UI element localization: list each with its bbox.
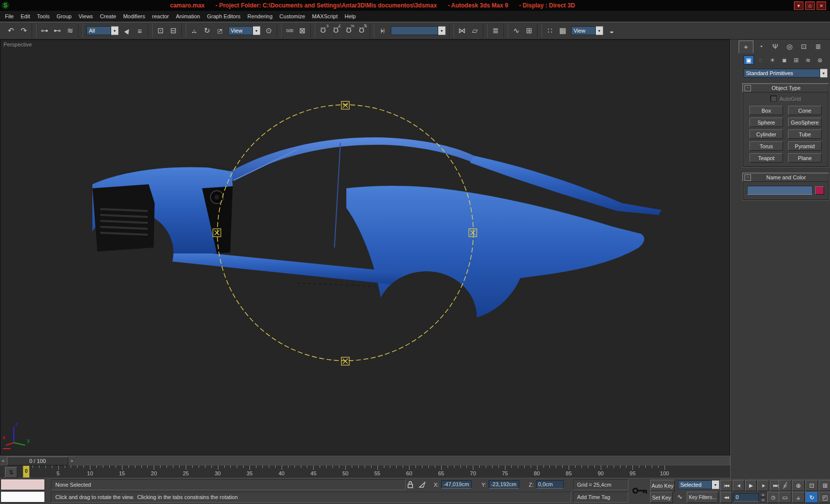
maxscript-mini-listener-macro[interactable] — [0, 479, 45, 490]
menu-tools[interactable]: Tools — [34, 12, 53, 21]
absolute-relative-toggle-icon[interactable] — [418, 481, 426, 488]
previous-frame-button[interactable]: ◀| — [733, 480, 745, 491]
cylinder-button[interactable]: Cylinder — [749, 129, 783, 139]
time-configuration-button[interactable]: ◷ — [767, 492, 779, 503]
chevron-down-icon[interactable]: ▼ — [596, 26, 603, 35]
set-keys-button[interactable] — [631, 480, 648, 502]
render-setup-button[interactable]: ▦ — [557, 24, 569, 37]
tab-utilities[interactable]: ≣ — [811, 41, 825, 52]
primitive-category-dropdown[interactable]: Standard Primitives ▼ — [744, 69, 828, 78]
torus-button[interactable]: Torus — [749, 141, 783, 151]
undo-button[interactable]: ↶ — [5, 24, 17, 37]
select-and-move-button[interactable]: ↔↕ — [188, 24, 200, 37]
tab-modify[interactable]: ◔ — [754, 41, 768, 52]
select-and-rotate-button[interactable]: ↻ — [201, 24, 213, 37]
category-helpers[interactable]: ⊞ — [791, 55, 801, 65]
category-geometry[interactable]: ▣ — [744, 55, 754, 65]
current-frame-handle[interactable]: 0 — [23, 465, 30, 478]
keyboard-shortcut-toggle-button[interactable]: ⊠ — [296, 24, 308, 37]
angle-snap-toggle-button[interactable]: Ω∠ — [330, 24, 342, 37]
tab-create[interactable]: ⌖ — [739, 41, 753, 53]
time-slider-track[interactable] — [75, 457, 729, 465]
car-model[interactable] — [86, 137, 662, 362]
menu-modifiers[interactable]: Modifiers — [120, 12, 149, 21]
menu-graph-editors[interactable]: Graph Editors — [204, 12, 244, 21]
set-key-button[interactable]: Set Key — [650, 492, 673, 503]
chevron-down-icon[interactable]: ▼ — [253, 26, 260, 35]
play-animation-button[interactable]: ▶ — [745, 480, 757, 491]
tube-button[interactable]: Tube — [788, 129, 822, 139]
menu-customize[interactable]: Customize — [276, 12, 309, 21]
material-editor-button[interactable]: ∷ — [544, 24, 556, 37]
menu-edit[interactable]: Edit — [17, 12, 34, 21]
sphere-button[interactable]: Sphere — [749, 118, 783, 127]
auto-key-button[interactable]: Auto Key — [650, 480, 675, 491]
menu-help[interactable]: Help — [341, 12, 360, 21]
primitive-category-value[interactable]: Standard Primitives — [744, 69, 820, 78]
collapse-icon[interactable]: - — [745, 85, 751, 91]
tab-hierarchy[interactable]: Ψ — [768, 41, 782, 52]
menu-file[interactable]: File — [1, 12, 17, 21]
spinner-down-icon[interactable]: ▼ — [760, 498, 766, 503]
maxscript-mini-listener[interactable] — [0, 491, 45, 503]
geosphere-button[interactable]: GeoSphere — [788, 118, 822, 127]
mirror-button[interactable]: ⋈ — [456, 24, 468, 37]
selection-lock-icon[interactable] — [407, 481, 413, 488]
use-pivot-point-center-button[interactable]: ⊙ — [263, 24, 275, 37]
selection-filter-dropdown[interactable]: All▼ — [86, 26, 119, 35]
object-type-header[interactable]: - Object Type — [743, 84, 829, 92]
select-and-link-button[interactable]: ⊶ — [39, 24, 50, 37]
name-and-color-header[interactable]: - Name and Color — [743, 173, 829, 182]
viewport-label[interactable]: Perspective — [3, 42, 32, 47]
next-frame-arrow[interactable]: > — [69, 457, 75, 465]
plane-button[interactable]: Plane — [788, 153, 822, 163]
add-time-tag[interactable]: Add Time Tag — [573, 492, 628, 503]
chevron-down-icon[interactable]: ▼ — [820, 69, 828, 78]
restore-icon[interactable]: ◇ — [805, 1, 815, 10]
snap-offset-button[interactable]: 0.00 — [284, 24, 295, 37]
menu-animation[interactable]: Animation — [172, 12, 204, 21]
category-shapes[interactable]: ◌ — [755, 55, 766, 65]
named-selection-dropdown[interactable]: ▼ — [391, 26, 446, 35]
curve-editor-button[interactable]: ∿ — [510, 24, 522, 37]
spinner-snap-toggle-button[interactable]: Ω⇅ — [356, 24, 368, 37]
y-coordinate-field[interactable]: -23,192cm — [489, 480, 519, 489]
menu-rendering[interactable]: Rendering — [244, 12, 276, 21]
rectangular-selection-region-button[interactable]: ⊡ — [155, 24, 166, 37]
go-to-start-button[interactable]: |◀◀ — [720, 480, 732, 491]
zoom-all-button[interactable]: ⊕ — [792, 480, 805, 491]
menu-views[interactable]: Views — [75, 12, 96, 21]
select-by-name-button[interactable]: ≡ — [134, 24, 146, 37]
align-button[interactable]: ▱ — [469, 24, 481, 37]
chevron-down-icon[interactable]: ▼ — [111, 26, 119, 35]
spinner-up-icon[interactable]: ▲ — [760, 492, 766, 497]
render-type-dropdown[interactable]: View▼ — [571, 26, 603, 35]
maximize-viewport-toggle-button[interactable]: ◰ — [819, 492, 830, 503]
tab-motion[interactable]: ◎ — [783, 41, 796, 52]
open-mini-curve-editor-button[interactable]: ⇅ — [5, 467, 17, 478]
bind-to-space-warp-button[interactable]: ≋ — [64, 24, 76, 37]
object-color-swatch[interactable] — [815, 186, 824, 195]
key-mode-value[interactable]: Selected — [678, 480, 712, 489]
render-type-dropdown-value[interactable]: View — [571, 26, 596, 35]
menu-maxscript[interactable]: MAXScript — [309, 12, 341, 21]
autogrid-checkbox[interactable] — [770, 95, 777, 102]
chevron-down-icon[interactable]: ▼ — [712, 480, 719, 489]
pan-view-button[interactable]: ↔↕ — [792, 492, 805, 503]
category-space-warps[interactable]: ≋ — [803, 55, 813, 65]
window-crossing-toggle-button[interactable]: ⊟ — [167, 24, 179, 37]
key-mode-dropdown[interactable]: Selected ▼ — [678, 480, 719, 489]
select-and-scale-button[interactable]: □↗ — [214, 24, 226, 37]
default-tangent-button[interactable]: ∿ — [675, 492, 685, 502]
previous-frame-arrow[interactable]: < — [0, 457, 6, 465]
menu-group[interactable]: Group — [53, 12, 75, 21]
perspective-viewport[interactable]: Perspective — [0, 40, 730, 456]
category-systems[interactable]: ⊛ — [815, 55, 825, 65]
edit-named-selection-sets-button[interactable]: {▸} — [376, 24, 388, 37]
key-mode-toggle-button[interactable]: ◀◀ — [720, 492, 732, 503]
key-filters-button[interactable]: Key Filters... — [687, 492, 718, 503]
unlink-selection-button[interactable]: ⊷ — [51, 24, 63, 37]
menu-reactor[interactable]: reactor — [149, 12, 172, 21]
layer-manager-button[interactable]: ≣ — [490, 24, 501, 37]
reference-coordinate-dropdown[interactable]: View▼ — [228, 26, 260, 35]
